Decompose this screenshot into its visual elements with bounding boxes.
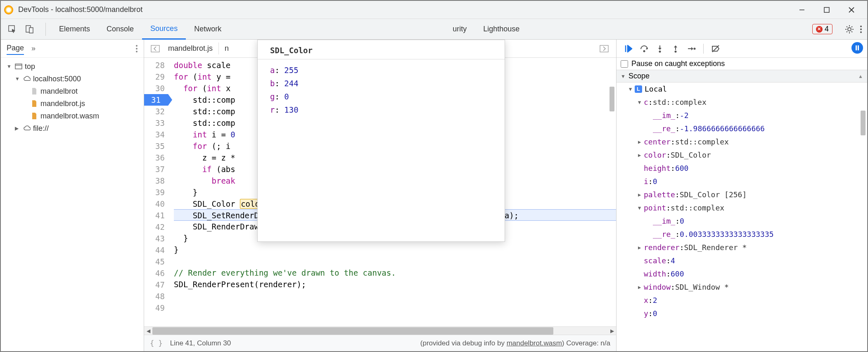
tree-file-label: mandelbrot (40, 87, 78, 96)
scope-local-row[interactable]: ▼ L Local (620, 83, 867, 96)
navigator-more-icon[interactable]: » (31, 44, 36, 53)
deactivate-bp-icon (711, 44, 720, 53)
tab-console[interactable]: Console (98, 19, 142, 40)
svg-point-28 (659, 50, 661, 52)
local-label: Local (645, 83, 667, 96)
tab-network[interactable]: Network (186, 19, 230, 40)
scope-var-row[interactable]: scale: 4 (620, 254, 867, 267)
editor-hscrollbar[interactable]: ◀ ▶ (144, 326, 616, 335)
scroll-left-arrow[interactable]: ◀ (144, 328, 152, 334)
tab-lighthouse[interactable]: Lighthouse (475, 19, 528, 40)
minimize-button[interactable] (790, 2, 814, 18)
navigator-kebab[interactable] (135, 45, 138, 53)
navigator-tab-page[interactable]: Page (7, 42, 24, 55)
close-icon (848, 7, 855, 13)
editor-tab-partial[interactable]: n (218, 43, 235, 54)
divider (45, 23, 46, 36)
scope-var-row[interactable]: __re_: -1.9866666666666666 (620, 122, 867, 135)
chevron-down-icon: ▲ (858, 73, 863, 79)
deactivate-breakpoints-button[interactable] (708, 44, 723, 53)
tree-file-label: mandelbrot.wasm (40, 112, 99, 120)
scope-var-row[interactable]: ▶window: SDL_Window * (620, 281, 867, 294)
svg-point-30 (675, 50, 677, 52)
scope-var-row[interactable]: x: 2 (620, 294, 867, 307)
scope-var-row[interactable]: __re_: 0.0033333333333333335 (620, 228, 867, 241)
inspect-element-button[interactable] (6, 23, 19, 36)
debugger-pane: Pause on caught exceptions ▼ Scope ▲ ▼ L… (617, 40, 867, 351)
svg-point-26 (643, 50, 645, 52)
kebab-icon (860, 25, 862, 34)
more-menu-button[interactable] (860, 25, 862, 34)
devtools-window: DevTools - localhost:5000/mandelbrot Ele… (0, 0, 868, 352)
cloud-icon (23, 125, 31, 132)
panel-tabs-bar: Elements Console Sources Network urity L… (1, 19, 867, 40)
scope-var-row[interactable]: y: 0 (620, 307, 867, 320)
step-out-button[interactable] (668, 44, 683, 53)
editor-vscroll-thumb[interactable] (609, 87, 614, 111)
pause-on-caught-row[interactable]: Pause on caught exceptions (617, 58, 867, 70)
tree-top[interactable]: ▼ top (1, 60, 144, 73)
scope-var-row[interactable]: __im_: 0 (620, 215, 867, 228)
resume-button[interactable] (621, 44, 636, 53)
step-icon (687, 44, 696, 53)
scope-var-row[interactable]: width: 600 (620, 267, 867, 281)
navigator-pane: Page » ▼ top ▼ localhost:5000 ma (1, 40, 144, 351)
device-toolbar-button[interactable] (23, 23, 36, 36)
close-button[interactable] (839, 2, 864, 18)
editor-forward-button[interactable] (596, 45, 612, 52)
scope-var-row[interactable]: height: 600 (620, 162, 867, 175)
svg-rect-22 (15, 64, 22, 69)
tree-host[interactable]: ▼ localhost:5000 (1, 73, 144, 85)
step-into-icon (655, 44, 664, 53)
tooltip-title: SDL_Color (258, 40, 505, 59)
editor-hscroll-thumb[interactable] (152, 327, 553, 335)
gear-icon (845, 25, 854, 34)
scope-var-row[interactable]: ▶renderer: SDL_Renderer * (620, 241, 867, 254)
scroll-right-arrow[interactable]: ▶ (608, 328, 616, 334)
svg-rect-24 (151, 45, 159, 52)
step-over-button[interactable] (636, 44, 652, 53)
pause-caught-checkbox[interactable] (621, 60, 628, 68)
tab-elements[interactable]: Elements (51, 19, 98, 40)
scope-var-row[interactable]: ▼point: std::complex (620, 201, 867, 215)
tab-security-partial[interactable]: urity (444, 19, 475, 40)
step-out-icon (671, 44, 680, 53)
scope-var-row[interactable]: ▼c: std::complex (620, 96, 867, 109)
nav-back-button[interactable] (148, 45, 162, 52)
tree-top-label: top (25, 62, 35, 71)
gutter[interactable]: 2829303132333435363738394041424344454647… (144, 58, 169, 326)
step-into-button[interactable] (652, 44, 668, 53)
debug-vscroll-thumb[interactable] (861, 111, 866, 135)
inspect-icon (8, 25, 17, 34)
pretty-print-button[interactable]: { } (150, 339, 163, 347)
tree-file-mandelbrot[interactable]: mandelbrot (1, 85, 144, 97)
debug-toolbar (617, 40, 867, 58)
tree-file-mandelbrot-js[interactable]: mandelbrot.js (1, 97, 144, 110)
scope-var-row[interactable]: ▶palette: SDL_Color [256] (620, 188, 867, 201)
scope-var-row[interactable]: __im_: -2 (620, 109, 867, 122)
scope-label: Scope (628, 72, 650, 80)
maximize-icon (824, 7, 830, 13)
settings-button[interactable] (845, 25, 854, 34)
title-bar: DevTools - localhost:5000/mandelbrot (1, 1, 867, 19)
tab-sources[interactable]: Sources (142, 19, 186, 40)
maximize-button[interactable] (814, 2, 839, 18)
tree-file-scheme[interactable]: ▶ file:// (1, 122, 144, 135)
tree-file-mandelbrot-wasm[interactable]: mandelbrot.wasm (1, 110, 144, 122)
editor-tab-active[interactable]: mandelbrot.js (162, 43, 218, 54)
pause-exception-button[interactable] (851, 42, 863, 54)
step-over-icon (640, 44, 649, 53)
scope-var-row[interactable]: ▶color: SDL_Color (620, 149, 867, 162)
cloud-icon (23, 75, 31, 83)
scope-var-row[interactable]: i: 0 (620, 175, 867, 188)
local-badge-icon: L (635, 85, 642, 93)
svg-rect-1 (824, 7, 829, 12)
scope-var-row[interactable]: ▶center: std::complex (620, 135, 867, 149)
scope-header[interactable]: ▼ Scope ▲ (617, 70, 867, 83)
debug-info-text: (provided via debug info by mandelbrot.w… (420, 339, 610, 347)
debug-info-link[interactable]: mandelbrot.wasm (507, 339, 562, 347)
error-badge[interactable]: ✕ 4 (812, 24, 832, 34)
minimize-icon (799, 7, 805, 13)
tree-file-label: mandelbrot.js (40, 99, 85, 108)
step-button[interactable] (683, 44, 699, 53)
